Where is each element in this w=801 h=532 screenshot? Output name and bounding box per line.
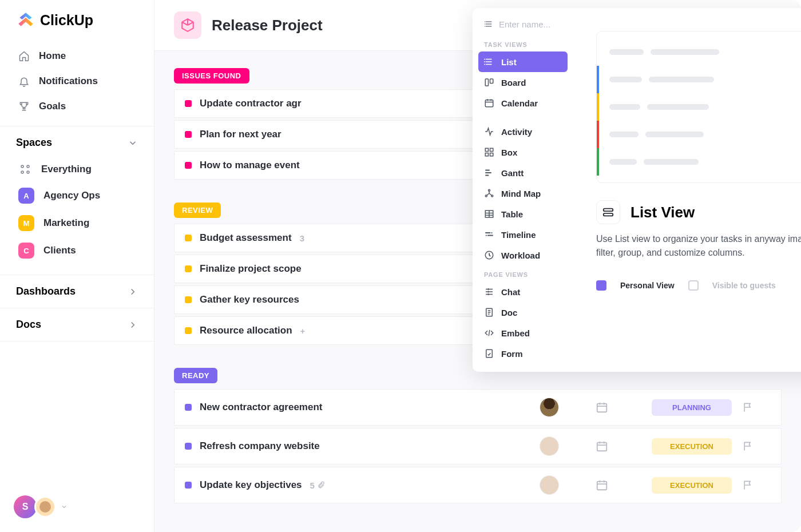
view-label: Activity — [501, 127, 532, 137]
svg-rect-16 — [485, 148, 488, 151]
view-name-input[interactable] — [499, 19, 562, 29]
task-title: Plan for next year — [200, 129, 281, 140]
calendar-icon[interactable] — [596, 401, 608, 414]
activity-icon — [484, 126, 494, 137]
avatar — [34, 496, 56, 518]
view-option-list[interactable]: List — [478, 51, 568, 72]
view-option-activity[interactable]: Activity — [478, 121, 568, 142]
cube-icon — [180, 18, 195, 33]
svg-rect-15 — [485, 100, 493, 107]
view-label: Workload — [501, 251, 540, 260]
space-label: Clients — [43, 245, 76, 256]
nav-label: Goals — [39, 101, 66, 112]
view-option-mind map[interactable]: Mind Map — [478, 183, 568, 204]
status-badge[interactable]: EXECUTION — [652, 438, 732, 455]
everything-label: Everything — [41, 164, 92, 175]
group-label: ISSUES FOUND — [174, 68, 249, 84]
flag-icon[interactable] — [742, 479, 754, 491]
task-title: Update contractor agr — [200, 98, 302, 109]
task-row[interactable]: New contractor agreement PLANNING — [174, 389, 782, 426]
view-option-timeline[interactable]: Timeline — [478, 224, 568, 245]
svg-rect-18 — [485, 153, 488, 156]
list-view-icon — [596, 200, 620, 224]
preview-row — [597, 93, 801, 121]
brand-logo[interactable]: ClickUp — [0, 0, 154, 43]
sidebar-item-docs[interactable]: Docs — [0, 308, 154, 342]
sidebar-space-marketing[interactable]: M Marketing — [11, 209, 142, 237]
page-title: Release Project — [212, 17, 323, 34]
sidebar-item-notifications[interactable]: Notifications — [11, 69, 142, 94]
view-option-table[interactable]: Table — [478, 204, 568, 224]
task-title: Budget assessment — [200, 232, 292, 244]
chevron-right-icon — [128, 320, 138, 330]
sidebar-space-agency ops[interactable]: A Agency Ops — [11, 182, 142, 209]
sidebar-space-clients[interactable]: C Clients — [11, 237, 142, 264]
task-extra: + — [300, 326, 306, 336]
flag-icon[interactable] — [742, 440, 754, 452]
space-badge: C — [18, 243, 34, 259]
trophy-icon — [18, 101, 30, 112]
view-label: Box — [501, 148, 517, 157]
calendar-icon[interactable] — [596, 479, 608, 491]
task-title: Refresh company website — [200, 440, 320, 452]
view-option-box[interactable]: Box — [478, 142, 568, 162]
svg-point-0 — [21, 165, 23, 168]
user-menu[interactable]: S — [0, 482, 154, 532]
status-square-icon — [185, 482, 192, 489]
personal-view-checkbox[interactable] — [596, 280, 606, 291]
calendar-icon[interactable] — [596, 440, 608, 452]
everything-icon — [18, 162, 32, 176]
svg-point-7 — [485, 21, 485, 22]
assignee-avatar[interactable] — [540, 398, 559, 417]
sidebar-item-everything[interactable]: Everything — [11, 157, 142, 182]
svg-point-3 — [27, 171, 29, 173]
view-list-panel: TASK VIEWS List Board Calendar Activity … — [473, 8, 573, 372]
svg-point-2 — [21, 171, 23, 173]
sidebar: ClickUp Home Notifications Goals Spaces … — [0, 0, 154, 532]
flag-icon[interactable] — [742, 402, 754, 413]
svg-point-25 — [486, 235, 487, 236]
status-badge[interactable]: EXECUTION — [652, 477, 732, 494]
status-badge[interactable]: PLANNING — [652, 399, 732, 416]
task-row[interactable]: Update key objectives 5 EXECUTION — [174, 467, 782, 503]
view-label: List — [501, 57, 517, 67]
view-label: Embed — [501, 328, 530, 338]
space-label: Marketing — [43, 217, 89, 229]
list-icon — [484, 18, 493, 30]
visible-guests-checkbox[interactable] — [688, 280, 699, 291]
sidebar-item-goals[interactable]: Goals — [11, 94, 142, 119]
task-group-ready: READY New contractor agreement PLANNING … — [174, 368, 782, 503]
task-title: New contractor agreement — [200, 402, 322, 413]
sidebar-item-home[interactable]: Home — [11, 43, 142, 69]
calendar-icon — [484, 98, 494, 108]
view-option-board[interactable]: Board — [478, 72, 568, 93]
view-option-doc[interactable]: Doc — [478, 302, 568, 323]
group-label: REVIEW — [174, 203, 221, 218]
view-option-workload[interactable]: Workload — [478, 245, 568, 265]
status-square-icon — [185, 327, 192, 334]
preview-illustration — [596, 31, 801, 183]
view-option-chat[interactable]: Chat — [478, 281, 568, 302]
svg-point-8 — [485, 23, 485, 24]
task-title: Gather key resources — [200, 294, 299, 305]
assignee-avatar[interactable] — [540, 436, 559, 456]
view-option-calendar[interactable]: Calendar — [478, 93, 568, 113]
svg-rect-19 — [490, 153, 493, 156]
status-square-icon — [185, 443, 192, 450]
preview-row — [597, 66, 801, 93]
svg-rect-6 — [597, 482, 607, 490]
bell-icon — [18, 76, 30, 87]
svg-rect-4 — [597, 404, 607, 412]
spaces-header[interactable]: Spaces — [0, 126, 154, 157]
svg-point-11 — [484, 61, 485, 62]
sidebar-item-dashboards[interactable]: Dashboards — [0, 275, 154, 308]
dashboards-label: Dashboards — [16, 285, 76, 297]
group-label: READY — [174, 368, 217, 383]
task-extra: 5 — [310, 481, 325, 490]
view-option-form[interactable]: Form — [478, 343, 568, 364]
assignee-avatar[interactable] — [540, 475, 559, 495]
task-row[interactable]: Refresh company website EXECUTION — [174, 428, 782, 464]
view-option-gantt[interactable]: Gantt — [478, 162, 568, 183]
view-option-embed[interactable]: Embed — [478, 323, 568, 343]
brand-name: ClickUp — [40, 12, 93, 29]
